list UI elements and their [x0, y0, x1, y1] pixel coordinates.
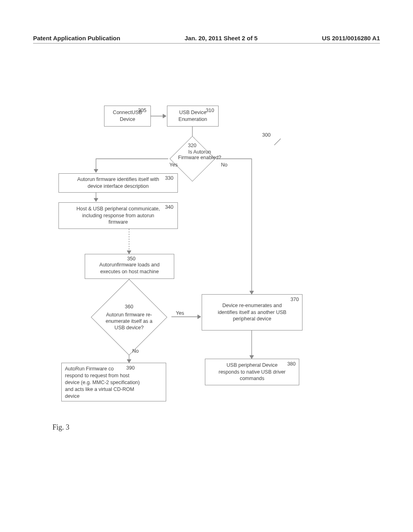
box-350: 350 Autorunfirmware loads andexecutes on… — [85, 254, 174, 279]
box-380-text: USB peripheral Deviceresponds to native … — [209, 362, 296, 382]
svg-marker-17 — [250, 355, 254, 359]
box-310: 310 USB DeviceEnumeration — [167, 106, 219, 127]
svg-marker-9 — [127, 251, 131, 254]
box-350-num: 350 — [127, 256, 136, 262]
box-305: 305 ConnectUSBDevice — [104, 106, 151, 127]
box-350-text: Autorunfirmware loads andexecutes on hos… — [88, 262, 171, 275]
header-right: US 2011/0016280 A1 — [322, 35, 380, 42]
diamond-360: 360 Autorun firmware re-enumerate itself… — [102, 290, 156, 344]
box-330: 330 Autorun firmware identifies itself w… — [58, 173, 178, 193]
svg-marker-15 — [127, 360, 131, 363]
svg-marker-1 — [163, 114, 166, 118]
svg-marker-7 — [94, 198, 98, 202]
flowchart-diagram: 305 ConnectUSBDevice 310 USB DeviceEnume… — [0, 101, 413, 439]
box-310-num: 310 — [206, 107, 214, 114]
box-390: 390 AutoRun Firmware corespond to reques… — [61, 363, 166, 401]
label-yes-320: Yes — [169, 162, 177, 168]
svg-marker-4 — [94, 169, 98, 172]
box-305-num: 305 — [138, 107, 146, 114]
box-340: 340 Host & USB peripheral communicate,in… — [58, 202, 178, 229]
box-390-text: AutoRun Firmware corespond to request fr… — [65, 366, 163, 399]
header-center: Jan. 20, 2011 Sheet 2 of 5 — [185, 35, 258, 42]
box-340-num: 340 — [165, 204, 173, 211]
svg-line-18 — [274, 139, 281, 145]
svg-marker-13 — [198, 315, 201, 319]
svg-marker-5 — [250, 291, 254, 294]
ref-300: 300 — [262, 132, 271, 138]
figure-label: Fig. 3 — [52, 423, 69, 432]
box-370-num: 370 — [290, 296, 299, 303]
header-left: Patent Application Publication — [33, 35, 120, 42]
label-no-360: No — [132, 348, 139, 354]
diamond-360-text: Autorun firmware re-enumerate itself as … — [104, 312, 154, 331]
box-370-text: Device re-enumerates andidentifies itsel… — [205, 302, 299, 323]
box-330-text: Autorun firmware identifies itself withd… — [62, 176, 174, 190]
box-370: 370 Device re-enumerates andidentifies i… — [202, 294, 302, 330]
box-330-num: 330 — [165, 175, 173, 182]
box-380: 380 USB peripheral Deviceresponds to nat… — [205, 359, 299, 385]
box-390-num: 390 — [126, 365, 135, 372]
label-no-320: No — [221, 162, 227, 168]
diamond-320-num: 320 — [188, 143, 196, 148]
box-380-num: 380 — [287, 361, 296, 368]
label-yes-360: Yes — [176, 310, 184, 316]
box-340-text: Host & USB peripheral communicate,includ… — [62, 206, 174, 226]
diamond-360-num: 360 — [104, 303, 154, 310]
diamond-320-text: Is AutorunFirmware enabled? — [173, 149, 226, 160]
